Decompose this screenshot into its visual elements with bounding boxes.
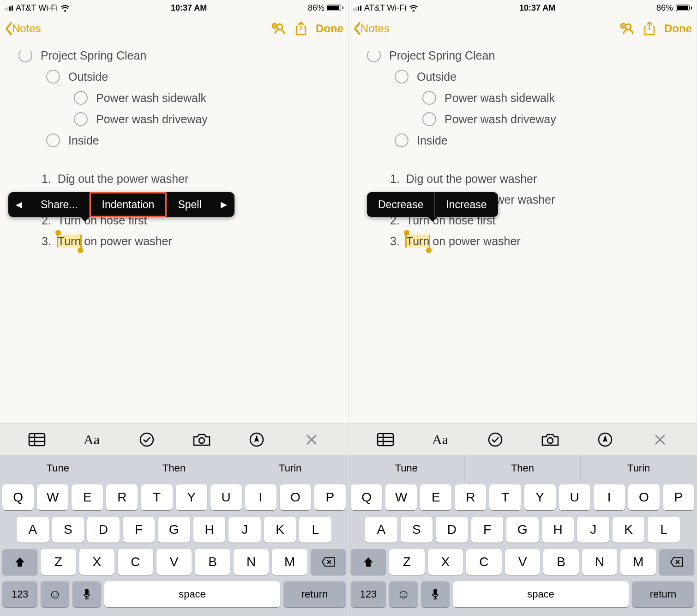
checklist-item[interactable]: Inside xyxy=(348,130,697,151)
key-i[interactable]: I xyxy=(245,484,276,510)
key-t[interactable]: T xyxy=(141,484,172,510)
key-d[interactable]: D xyxy=(436,517,468,543)
key-w[interactable]: W xyxy=(37,484,68,510)
collaborate-icon[interactable] xyxy=(619,21,635,36)
key-a[interactable]: A xyxy=(365,517,397,543)
key-o[interactable]: O xyxy=(280,484,311,510)
menu-spell-button[interactable]: Spell xyxy=(167,192,213,217)
checklist-item[interactable]: Project Spring Clean xyxy=(348,45,697,66)
key-e[interactable]: E xyxy=(72,484,103,510)
menu-indentation-button[interactable]: Indentation xyxy=(90,192,167,217)
key-c[interactable]: C xyxy=(118,549,153,575)
return-key[interactable]: return xyxy=(283,581,346,607)
checklist-item[interactable]: Power wash driveway xyxy=(0,109,348,130)
numbered-item[interactable]: 3.Turn on power washer xyxy=(390,231,697,252)
key-b[interactable]: B xyxy=(195,549,230,575)
key-r[interactable]: R xyxy=(455,484,486,510)
text-format-icon[interactable]: Aa xyxy=(431,430,450,449)
key-v[interactable]: V xyxy=(505,549,541,575)
emoji-key[interactable]: ☺ xyxy=(41,581,69,607)
key-j[interactable]: J xyxy=(228,517,261,543)
key-k[interactable]: K xyxy=(264,517,296,543)
checkbox-circle[interactable] xyxy=(395,133,409,147)
menu-share-button[interactable]: Share... xyxy=(30,192,90,217)
numbered-item[interactable]: 1.Dig out the power washer xyxy=(42,169,348,189)
numbered-item[interactable]: 3.Turn on power washer xyxy=(42,231,348,252)
key-s[interactable]: S xyxy=(401,517,433,543)
key-m[interactable]: M xyxy=(620,549,656,575)
suggestion-3[interactable]: Turin xyxy=(232,455,348,481)
backspace-key[interactable] xyxy=(659,549,694,575)
markup-icon[interactable] xyxy=(247,430,266,449)
key-y[interactable]: Y xyxy=(524,484,556,510)
back-button[interactable]: Notes xyxy=(5,22,41,36)
checklist-icon[interactable] xyxy=(486,430,505,449)
share-icon[interactable] xyxy=(294,21,307,36)
shift-key[interactable] xyxy=(351,549,386,575)
numbered-item[interactable]: 1.Dig out the power washer xyxy=(390,169,697,189)
text-selection[interactable]: Turn xyxy=(406,235,429,248)
checkbox-circle[interactable] xyxy=(367,48,381,62)
close-icon[interactable] xyxy=(302,430,321,449)
key-r[interactable]: R xyxy=(106,484,138,510)
suggestion-1[interactable]: Tune xyxy=(0,455,116,481)
key-p[interactable]: P xyxy=(314,484,346,510)
key-f[interactable]: F xyxy=(123,517,155,543)
space-key[interactable]: space xyxy=(104,581,280,607)
checklist-icon[interactable] xyxy=(137,430,156,449)
key-g[interactable]: G xyxy=(158,517,190,543)
text-selection[interactable]: Turn xyxy=(58,235,81,248)
markup-icon[interactable] xyxy=(595,430,615,449)
checkbox-circle[interactable] xyxy=(74,91,88,105)
close-icon[interactable] xyxy=(650,430,670,449)
key-o[interactable]: O xyxy=(628,484,660,510)
key-s[interactable]: S xyxy=(52,517,84,543)
key-y[interactable]: Y xyxy=(176,484,207,510)
key-m[interactable]: M xyxy=(272,549,307,575)
numbers-key[interactable]: 123 xyxy=(351,581,386,607)
menu-next-arrow-icon[interactable]: ▶ xyxy=(213,199,234,210)
space-key[interactable]: space xyxy=(453,581,629,607)
collaborate-icon[interactable] xyxy=(270,21,286,36)
key-q[interactable]: Q xyxy=(351,484,382,510)
backspace-key[interactable] xyxy=(311,549,346,575)
table-icon[interactable] xyxy=(376,430,395,449)
key-n[interactable]: N xyxy=(582,549,618,575)
key-g[interactable]: G xyxy=(506,517,539,543)
checklist-item[interactable]: Power wash driveway xyxy=(348,109,697,130)
key-q[interactable]: Q xyxy=(2,484,34,510)
suggestion-3[interactable]: Turin xyxy=(581,455,697,481)
mic-key[interactable] xyxy=(421,581,450,607)
key-h[interactable]: H xyxy=(542,517,574,543)
key-i[interactable]: I xyxy=(594,484,625,510)
key-n[interactable]: N xyxy=(234,549,269,575)
key-p[interactable]: P xyxy=(663,484,694,510)
key-b[interactable]: B xyxy=(543,549,579,575)
key-a[interactable]: A xyxy=(17,517,49,543)
suggestion-2[interactable]: Then xyxy=(116,455,233,481)
checklist-item[interactable]: Power wash sidewalk xyxy=(348,87,697,109)
checklist-item[interactable]: Inside xyxy=(0,130,348,151)
camera-icon[interactable] xyxy=(192,430,211,449)
key-x[interactable]: X xyxy=(428,549,463,575)
checkbox-circle[interactable] xyxy=(46,133,60,147)
key-e[interactable]: E xyxy=(420,484,451,510)
key-k[interactable]: K xyxy=(613,517,645,543)
camera-icon[interactable] xyxy=(541,430,560,449)
key-h[interactable]: H xyxy=(193,517,226,543)
done-button[interactable]: Done xyxy=(664,22,692,35)
checklist-item[interactable]: Project Spring Clean xyxy=(0,45,348,66)
checklist-item[interactable]: Outside xyxy=(0,66,348,87)
menu-prev-arrow-icon[interactable]: ◀ xyxy=(8,199,30,210)
emoji-key[interactable]: ☺ xyxy=(389,581,418,607)
key-t[interactable]: T xyxy=(489,484,521,510)
menu-decrease-indent-button[interactable]: Decrease xyxy=(367,192,435,217)
note-body[interactable]: Project Spring Clean Outside Power wash … xyxy=(0,41,348,423)
done-button[interactable]: Done xyxy=(316,22,343,35)
key-x[interactable]: X xyxy=(79,549,115,575)
table-icon[interactable] xyxy=(27,430,47,449)
key-w[interactable]: W xyxy=(385,484,417,510)
checkbox-circle[interactable] xyxy=(18,48,32,62)
numbers-key[interactable]: 123 xyxy=(2,581,37,607)
menu-increase-indent-button[interactable]: Increase xyxy=(435,192,498,217)
